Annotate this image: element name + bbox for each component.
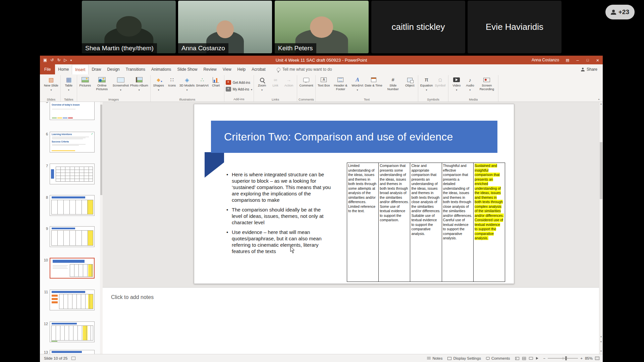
- new-slide-button[interactable]: New Slide: [43, 75, 59, 97]
- screen-recording-button[interactable]: Screen Recording: [477, 75, 497, 97]
- slide-number-button[interactable]: Slide Number: [383, 75, 403, 97]
- text-box-button[interactable]: Text Box: [317, 75, 330, 97]
- scroll-down-icon[interactable]: [599, 349, 603, 353]
- zoom-button[interactable]: Zoom: [255, 75, 269, 97]
- participant-tile-anna[interactable]: Anna Costanzo: [178, 1, 272, 53]
- 3d-models-button[interactable]: 3D Models: [179, 75, 195, 97]
- fit-slide-to-window-icon[interactable]: [595, 357, 599, 360]
- zoom-slider[interactable]: [548, 358, 578, 359]
- rubric-cell-2: Comparison that presents some understand…: [379, 163, 410, 282]
- ribbon-group-illustrations: Shapes Icons 3D Models SmartArt: [151, 75, 224, 102]
- zoom-level[interactable]: 85%: [585, 356, 593, 360]
- scrollbar-thumb[interactable]: [600, 142, 602, 199]
- dropdown-arrow-icon: [456, 87, 457, 90]
- comment-button[interactable]: Comment: [299, 75, 314, 97]
- participant-tile-evie[interactable]: Evie Haviaridis: [468, 1, 561, 53]
- video-button[interactable]: Video: [450, 75, 463, 97]
- collapse-ribbon-icon[interactable]: [598, 98, 600, 100]
- slide-canvas[interactable]: Criterion Two: Comparison and use of evi…: [194, 104, 514, 284]
- redo-icon[interactable]: [57, 56, 60, 64]
- pictures-button[interactable]: Pictures: [78, 75, 92, 97]
- zoom-slider-thumb[interactable]: [565, 356, 567, 360]
- previous-slide-icon[interactable]: [599, 335, 603, 339]
- photo-album-button[interactable]: Photo Album: [129, 75, 149, 97]
- zoom-out-icon[interactable]: [543, 356, 546, 360]
- slide-thumbnail-8[interactable]: 8: [43, 195, 95, 216]
- audio-icon: [466, 76, 474, 83]
- slide-thumbnail-11[interactable]: 11: [43, 290, 95, 310]
- chart-button[interactable]: Chart: [209, 75, 223, 97]
- thumbnail-scrollbar-thumb[interactable]: [100, 105, 102, 195]
- smartart-button[interactable]: SmartArt: [195, 75, 209, 97]
- tab-help[interactable]: Help: [234, 64, 249, 74]
- icons-button[interactable]: Icons: [165, 75, 179, 97]
- header-footer-button[interactable]: Header & Footer: [330, 75, 351, 97]
- slide-thumbnail-5[interactable]: 5 Overview of today's lesson: [43, 102, 95, 120]
- online-pictures-button[interactable]: Online Pictures: [92, 75, 112, 97]
- tab-file[interactable]: File: [40, 64, 55, 74]
- participant-tile-caitlin[interactable]: caitlin stickley: [371, 1, 465, 53]
- slide-thumbnail-9[interactable]: 9: [43, 226, 95, 247]
- tab-design[interactable]: Design: [104, 64, 122, 74]
- comments-icon: [486, 357, 490, 360]
- slide-thumbnail-13[interactable]: 13: [43, 350, 95, 354]
- notes-pane[interactable]: Click to add notes: [103, 287, 599, 354]
- tab-home[interactable]: Home: [55, 64, 72, 74]
- audio-button[interactable]: Audio: [463, 75, 477, 97]
- close-button[interactable]: [593, 56, 603, 64]
- start-slideshow-icon[interactable]: [64, 56, 67, 64]
- participants-overflow-badge[interactable]: +23: [605, 5, 635, 19]
- participant-tile-keith[interactable]: Keith Peters: [275, 1, 369, 53]
- thumbnail-decoration: [52, 144, 86, 144]
- slide-title-banner[interactable]: Criterion Two: Comparison and use of evi…: [211, 121, 497, 153]
- dropdown-arrow-icon: [68, 87, 69, 90]
- screenshot-button[interactable]: Screenshot: [112, 75, 129, 97]
- comments-toggle-button[interactable]: Comments: [486, 356, 510, 360]
- status-bar-icon[interactable]: [71, 357, 75, 360]
- rubric-table[interactable]: Limited understanding of the ideas, issu…: [347, 163, 505, 282]
- tab-view[interactable]: View: [220, 64, 234, 74]
- vertical-scrollbar[interactable]: [599, 102, 603, 354]
- tab-acrobat[interactable]: Acrobat: [249, 64, 268, 74]
- tab-draw[interactable]: Draw: [89, 64, 104, 74]
- zoom-in-icon[interactable]: [580, 356, 583, 360]
- slide-thumbnail-10-selected[interactable]: 10: [43, 258, 95, 279]
- ribbon-display-options-button[interactable]: [562, 56, 573, 64]
- tell-me-box[interactable]: Tell me what you want to do: [277, 64, 332, 74]
- minimize-button[interactable]: [573, 56, 583, 64]
- table-button[interactable]: Table: [62, 75, 75, 97]
- thumbnail-title: Overview of today's lesson: [52, 104, 84, 106]
- normal-view-icon[interactable]: [515, 357, 519, 360]
- slide-bullet-list[interactable]: Here is where integrated structure can b…: [224, 171, 331, 258]
- slideshow-view-icon[interactable]: [536, 357, 538, 360]
- notes-toggle-button[interactable]: Notes: [427, 356, 442, 360]
- shapes-button[interactable]: Shapes: [152, 75, 165, 97]
- object-button[interactable]: Object: [403, 75, 417, 97]
- my-add-ins-button[interactable]: My Add-ins: [226, 87, 252, 92]
- undo-icon[interactable]: [50, 56, 54, 64]
- equation-button[interactable]: Equation: [420, 75, 434, 97]
- share-button[interactable]: Share: [581, 64, 597, 74]
- slide-thumbnail-7[interactable]: 7: [43, 164, 95, 184]
- tab-insert[interactable]: Insert: [72, 64, 89, 74]
- tab-slide-show[interactable]: Slide Show: [174, 64, 200, 74]
- tab-animations[interactable]: Animations: [148, 64, 174, 74]
- wordart-button[interactable]: WordArt: [351, 75, 364, 97]
- tab-review[interactable]: Review: [200, 64, 219, 74]
- save-icon[interactable]: [43, 56, 47, 64]
- date-time-button[interactable]: Date & Time: [364, 75, 383, 97]
- display-settings-button[interactable]: Display Settings: [447, 356, 481, 360]
- reading-view-icon[interactable]: [529, 357, 533, 360]
- get-add-ins-button[interactable]: Get Add-ins: [226, 80, 250, 85]
- title-bar[interactable]: Unit 4 Week 11 SAC draft 050923 - PowerP…: [40, 56, 603, 64]
- next-slide-icon[interactable]: [599, 340, 603, 344]
- qat-customize-icon[interactable]: [70, 56, 72, 65]
- participant-tile-shea[interactable]: Shea Martin (they/them): [82, 1, 176, 53]
- tab-transitions[interactable]: Transitions: [123, 64, 148, 74]
- thumbnail-scrollbar[interactable]: [100, 102, 103, 354]
- slide-thumbnail-6[interactable]: 6 Learning Intentions Success Criteria: [43, 132, 95, 153]
- scroll-up-icon[interactable]: [599, 102, 603, 106]
- maximize-button[interactable]: [583, 56, 593, 64]
- slide-sorter-view-icon[interactable]: [522, 357, 526, 360]
- slide-thumbnail-12[interactable]: 12: [43, 321, 95, 342]
